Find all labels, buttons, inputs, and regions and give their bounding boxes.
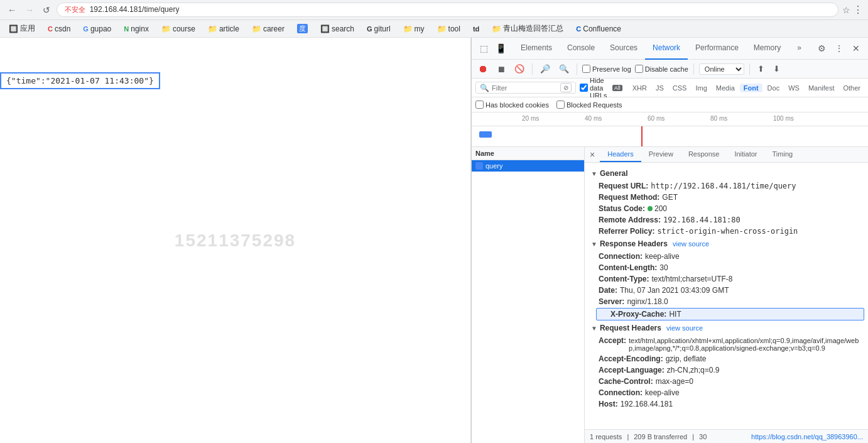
type-xhr[interactable]: XHR xyxy=(629,84,651,92)
details-close-button[interactable]: × xyxy=(587,147,597,162)
filter-search-icon: 🔍 xyxy=(480,84,489,92)
record-button[interactable]: ⏺ xyxy=(475,62,491,76)
back-button[interactable]: ← xyxy=(5,4,19,16)
filter-button[interactable]: 🔎 xyxy=(538,63,553,75)
devtools-device-button[interactable]: 📱 xyxy=(492,41,509,55)
extensions-menu[interactable]: ⋮ xyxy=(853,4,863,16)
devtools-more-button[interactable]: ⋮ xyxy=(832,41,847,55)
details-tabs: × Headers Preview Response Initiator Tim… xyxy=(585,147,868,163)
header-status-code: Status Code: 200 xyxy=(585,203,868,214)
general-section-title: General xyxy=(600,169,628,178)
request-name-query: query xyxy=(475,162,582,170)
type-other[interactable]: Other xyxy=(839,84,864,92)
hide-data-urls-label: Hide data URLs xyxy=(590,77,609,99)
bookmark-td[interactable]: td xyxy=(469,24,483,34)
address-bar[interactable]: 不安全 192.168.44.181/time/query xyxy=(57,3,838,17)
browser-bar: ← → ↺ 不安全 192.168.44.181/time/query ☆ ⋮ xyxy=(0,0,868,20)
devtools-inspect-button[interactable]: ⬚ xyxy=(477,41,491,55)
hide-data-urls-checkbox[interactable]: Hide data URLs All xyxy=(580,77,622,99)
filter-invert-button[interactable]: ⊘ xyxy=(560,83,572,92)
search-bm-icon: 🔲 xyxy=(320,25,330,33)
type-manifest[interactable]: Manifest xyxy=(805,84,838,92)
devtools-settings-button[interactable]: ⚙ xyxy=(815,41,829,55)
tab-sources[interactable]: Sources xyxy=(602,38,645,60)
reload-button[interactable]: ↺ xyxy=(40,4,53,16)
filter-input[interactable] xyxy=(492,84,560,92)
gupao-icon: G xyxy=(83,25,89,33)
type-font[interactable]: Font xyxy=(740,84,762,92)
blocked-requests-checkbox[interactable]: Blocked Requests xyxy=(556,101,622,109)
status-size: 30 xyxy=(699,433,707,440)
confluence-icon: C xyxy=(576,25,581,33)
bookmark-article[interactable]: 📁article xyxy=(204,23,243,35)
type-ws[interactable]: WS xyxy=(784,84,803,92)
type-img[interactable]: Img xyxy=(692,84,710,92)
status-separator-2: | xyxy=(692,433,694,440)
response-headers-section-header[interactable]: ▼ Response Headers view source xyxy=(585,237,868,251)
request-icon-query xyxy=(475,162,483,170)
bookmark-my[interactable]: 📁my xyxy=(399,23,428,35)
request-row-query[interactable]: query xyxy=(472,160,584,172)
stop-button[interactable]: ⏹ xyxy=(494,63,508,75)
detail-tab-timing[interactable]: Timing xyxy=(765,147,801,162)
bookmark-giturl[interactable]: Ggiturl xyxy=(363,23,394,35)
header-request-method: Request Method: GET xyxy=(585,192,868,203)
forward-button[interactable]: → xyxy=(23,4,36,16)
bookmark-apps[interactable]: 🔲应用 xyxy=(5,22,39,35)
page-watermark: 15211375298 xyxy=(175,231,296,251)
header-referrer-policy: Referrer Policy: strict-origin-when-cros… xyxy=(585,226,868,237)
export-button[interactable]: ⬇ xyxy=(771,63,783,75)
bookmark-nginx[interactable]: Nnginx xyxy=(120,23,153,35)
bookmark-gupao[interactable]: Ggupao xyxy=(79,23,115,35)
devtools-statusbar: 1 requests | 209 B transferred | 30 http… xyxy=(585,429,868,443)
detail-tab-preview[interactable]: Preview xyxy=(641,147,681,162)
tab-memory[interactable]: Memory xyxy=(746,38,788,60)
bookmark-course[interactable]: 📁course xyxy=(158,23,199,35)
bookmark-confluence[interactable]: CConfluence xyxy=(572,23,625,35)
type-media[interactable]: Media xyxy=(712,84,739,92)
status-ok-dot xyxy=(648,206,653,211)
filter-bar: 🔍 ⊘ Hide data URLs All XHR JS CSS Img Me… xyxy=(472,79,868,97)
detail-tab-headers[interactable]: Headers xyxy=(600,147,641,162)
request-headers-section-header[interactable]: ▼ Request Headers view source xyxy=(585,321,868,335)
detail-tab-initiator[interactable]: Initiator xyxy=(727,147,764,162)
toolbar-separator-4 xyxy=(749,63,750,75)
search-button[interactable]: 🔍 xyxy=(556,63,572,75)
bookmark-qingshan[interactable]: 📁青山梅造回答汇总 xyxy=(488,22,567,35)
status-link[interactable]: https://blog.csdn.net/qq_38963960... xyxy=(751,433,863,440)
tab-more[interactable]: » xyxy=(789,38,809,60)
tab-console[interactable]: Console xyxy=(560,38,602,60)
has-blocked-cookies-label: Has blocked cookies xyxy=(486,101,549,109)
bookmark-icon[interactable]: ☆ xyxy=(842,5,850,15)
tab-performance[interactable]: Performance xyxy=(688,38,746,60)
tab-elements[interactable]: Elements xyxy=(513,38,560,60)
devtools-right-icons: ⚙ ⋮ ✕ xyxy=(815,41,863,55)
request-headers-title: Request Headers xyxy=(600,324,661,332)
preserve-log-checkbox[interactable]: Preserve log xyxy=(582,65,631,73)
request-headers-view-source[interactable]: view source xyxy=(666,324,703,332)
page-content: {"time":"2021-01-07 11:43:00"} 152113752… xyxy=(0,38,471,443)
resp-header-content-length: Content-Length: 30 xyxy=(585,262,868,273)
my-icon: 📁 xyxy=(403,25,413,33)
throttle-select[interactable]: Online Slow 3G Fast 3G Offline xyxy=(699,63,744,75)
detail-tab-response[interactable]: Response xyxy=(681,147,727,162)
tab-network[interactable]: Network xyxy=(645,38,688,60)
bookmark-career[interactable]: 📁career xyxy=(248,23,288,35)
disable-cache-checkbox[interactable]: Disable cache xyxy=(635,65,688,73)
toolbar-separator-3 xyxy=(693,63,694,75)
bookmark-search[interactable]: 🔲search xyxy=(317,23,358,35)
type-doc[interactable]: Doc xyxy=(764,84,784,92)
type-css[interactable]: CSS xyxy=(669,84,691,92)
bookmark-du[interactable]: 度 xyxy=(293,23,312,35)
general-section-header[interactable]: ▼ General xyxy=(585,167,868,180)
import-button[interactable]: ⬆ xyxy=(755,63,767,75)
type-js[interactable]: JS xyxy=(652,84,668,92)
clear-button[interactable]: 🚫 xyxy=(512,63,527,75)
response-headers-view-source[interactable]: view source xyxy=(673,240,709,248)
timeline-ruler: 20 ms 40 ms 60 ms 80 ms 100 ms xyxy=(472,112,868,126)
devtools-close-button[interactable]: ✕ xyxy=(849,41,863,55)
has-blocked-cookies-checkbox[interactable]: Has blocked cookies xyxy=(475,101,549,109)
bookmark-csdn[interactable]: Ccsdn xyxy=(44,23,74,35)
filter-row2: Has blocked cookies Blocked Requests xyxy=(472,97,868,112)
bookmark-tool[interactable]: 📁tool xyxy=(433,23,464,35)
